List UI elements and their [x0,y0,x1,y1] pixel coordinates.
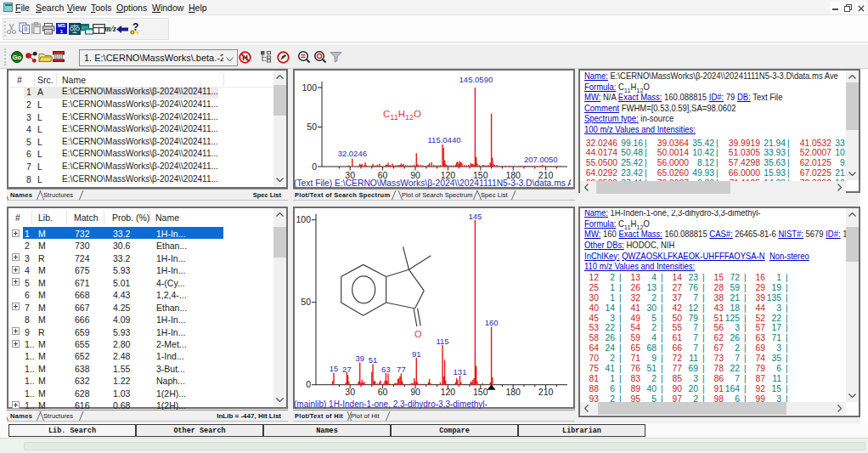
svg-text:77: 77 [397,365,406,374]
svg-text:0: 0 [306,379,311,389]
svg-text:39: 39 [355,354,364,363]
svg-text:150: 150 [473,387,488,397]
svg-text:120: 120 [441,387,456,397]
svg-text:63: 63 [381,365,391,374]
svg-text:131: 131 [454,367,467,377]
svg-text:180: 180 [505,387,521,397]
svg-text:115: 115 [436,337,448,346]
svg-text:50: 50 [307,122,317,132]
svg-text:51: 51 [369,355,378,365]
svg-text:90: 90 [410,387,420,397]
svg-text:145.0590: 145.0590 [459,75,493,84]
svg-text:27: 27 [342,365,352,374]
svg-text:30: 30 [345,387,355,397]
svg-text:0: 0 [312,161,317,172]
svg-text:160: 160 [485,318,499,327]
svg-text:15: 15 [330,364,339,373]
svg-text:C11H12O: C11H12O [383,109,421,122]
svg-text:32.0246: 32.0246 [338,149,367,158]
svg-text:115.0440: 115.0440 [428,135,461,144]
svg-text:100: 100 [296,214,311,224]
svg-text:210: 210 [538,387,554,397]
svg-text:50: 50 [301,297,311,307]
svg-text:100: 100 [302,82,317,93]
svg-text:207.0050: 207.0050 [524,155,558,164]
svg-text:91: 91 [412,349,421,359]
svg-text:60: 60 [378,387,388,397]
svg-text:145: 145 [468,212,482,221]
svg-text:O: O [414,329,422,339]
